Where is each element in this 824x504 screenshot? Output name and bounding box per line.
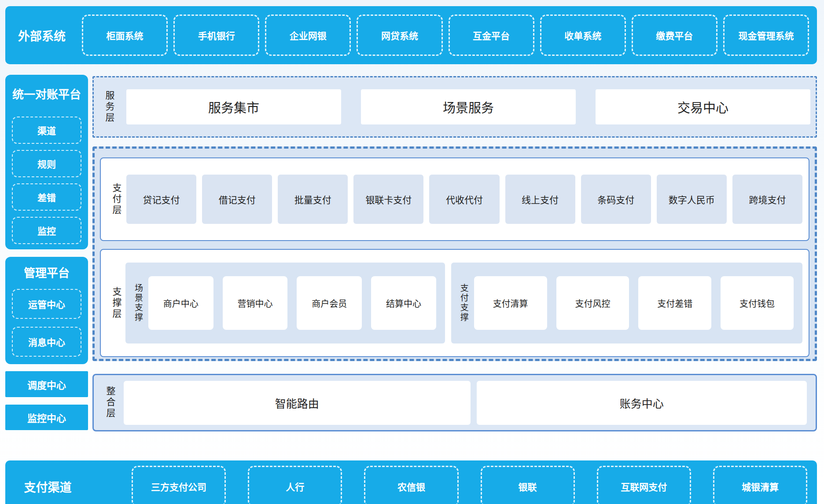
reconciliation-item: 规则: [12, 150, 81, 177]
payment-channels-bar: 支付渠道 三方支付公司 人行 农信银 银联 互联网支付 城银清算: [5, 460, 817, 504]
payment-layer-panel: 支付层 贷记支付 借记支付 批量支付 银联卡支付 代收代付 线上支付 条码支付 …: [100, 157, 809, 241]
external-system-item: 缴费平台: [632, 15, 717, 56]
integration-layer-boxes: 智能路由 账务中心: [124, 381, 807, 425]
support-layer-groups: 场景支撑 商户中心 营销中心 商户会员 结算中心 支付支撑 支付清算 支付风控: [125, 263, 802, 343]
service-box: 交易中心: [596, 89, 810, 124]
support-item: 支付差错: [638, 276, 711, 330]
reconciliation-item: 监控: [12, 217, 81, 244]
dispatch-center-box: 调度中心: [5, 371, 88, 397]
scenario-support-label: 场景支撑: [131, 284, 142, 322]
integration-box: 账务中心: [477, 381, 807, 425]
payment-channel-item: 互联网支付: [597, 466, 691, 504]
payment-item: 借记支付: [202, 175, 272, 224]
management-platform-panel: 管理平台 运管中心 消息中心: [5, 257, 88, 364]
management-platform-title: 管理平台: [5, 264, 88, 280]
payment-channels-items: 三方支付公司 人行 农信银 银联 互联网支付 城银清算: [132, 466, 807, 504]
integration-layer-panel: 整合层 智能路由 账务中心: [92, 374, 817, 431]
left-sidebar: 统一对账平台 渠道 规则 差错 监控 管理平台 运管中心 消息中心 调度中心 监…: [5, 64, 88, 446]
support-item: 商户中心: [148, 276, 213, 330]
support-item: 营销中心: [223, 276, 288, 330]
payment-item: 线上支付: [505, 175, 575, 224]
payment-support-label: 支付支撑: [456, 284, 468, 322]
payment-channels-title: 支付渠道: [11, 478, 84, 495]
support-item: 支付钱包: [721, 276, 794, 330]
core-layers-container: 支付层 贷记支付 借记支付 批量支付 银联卡支付 代收代付 线上支付 条码支付 …: [92, 146, 817, 361]
external-system-item: 网贷系统: [357, 15, 442, 56]
payment-item: 贷记支付: [126, 175, 196, 224]
external-systems-items: 柜面系统 手机银行 企业网银 网贷系统 互金平台 收单系统 缴费平台 现金管理系…: [82, 15, 809, 56]
service-box: 场景服务: [361, 89, 576, 124]
payment-channel-item: 农信银: [364, 466, 458, 504]
support-item: 支付清算: [474, 276, 547, 330]
external-system-item: 收单系统: [540, 15, 626, 56]
monitor-center-box: 监控中心: [5, 405, 88, 430]
reconciliation-platform-title: 统一对账平台: [5, 85, 88, 102]
external-systems-bar: 外部系统 柜面系统 手机银行 企业网银 网贷系统 互金平台 收单系统 缴费平台 …: [5, 6, 817, 64]
payment-layer-items: 贷记支付 借记支付 批量支付 银联卡支付 代收代付 线上支付 条码支付 数字人民…: [126, 175, 802, 224]
external-system-item: 现金管理系统: [723, 15, 809, 56]
integration-box: 智能路由: [124, 381, 471, 425]
payment-item: 银联卡支付: [353, 175, 423, 224]
management-item: 运管中心: [12, 289, 81, 319]
integration-layer-label: 整合层: [102, 386, 115, 419]
payment-channel-item: 银联: [481, 466, 575, 504]
external-systems-title: 外部系统: [9, 27, 75, 44]
payment-item: 条码支付: [581, 175, 651, 224]
support-item: 结算中心: [371, 276, 436, 330]
support-item: 商户会员: [297, 276, 362, 330]
main-architecture-area: 服务层 服务集市 场景服务 交易中心 支付层 贷记支付 借记支付 批量支付 银联…: [92, 64, 817, 446]
payment-item: 代收代付: [429, 175, 499, 224]
payment-channel-item: 三方支付公司: [132, 466, 226, 504]
service-layer-panel: 服务层 服务集市 场景服务 交易中心: [92, 76, 817, 138]
reconciliation-platform-panel: 统一对账平台 渠道 规则 差错 监控: [5, 75, 88, 249]
reconciliation-item: 差错: [12, 183, 81, 211]
scenario-support-group: 场景支撑 商户中心 营销中心 商户会员 结算中心: [125, 263, 445, 343]
payment-support-items: 支付清算 支付风控 支付差错 支付钱包: [474, 276, 794, 330]
external-system-item: 互金平台: [449, 15, 534, 56]
management-item: 消息中心: [12, 327, 81, 357]
payment-channel-item: 城银清算: [713, 466, 807, 504]
service-layer-boxes: 服务集市 场景服务 交易中心: [126, 89, 810, 124]
management-platform-items: 运管中心 消息中心: [12, 289, 81, 357]
payment-channel-item: 人行: [248, 466, 342, 504]
reconciliation-platform-items: 渠道 规则 差错 监控: [12, 117, 81, 244]
payment-item: 跨境支付: [732, 175, 802, 224]
payment-item: 数字人民币: [657, 175, 727, 224]
external-system-item: 柜面系统: [82, 15, 168, 56]
external-system-item: 手机银行: [173, 15, 259, 56]
payment-item: 批量支付: [278, 175, 348, 224]
support-item: 支付风控: [556, 276, 629, 330]
payment-layer-label: 支付层: [108, 183, 121, 216]
scenario-support-items: 商户中心 营销中心 商户会员 结算中心: [148, 276, 436, 330]
external-system-item: 企业网银: [265, 15, 351, 56]
service-box: 服务集市: [126, 89, 341, 124]
payment-support-group: 支付支撑 支付清算 支付风控 支付差错 支付钱包: [451, 263, 802, 343]
support-layer-label: 支撑层: [108, 287, 121, 320]
middle-region: 统一对账平台 渠道 规则 差错 监控 管理平台 运管中心 消息中心 调度中心 监…: [5, 64, 817, 446]
support-layer-panel: 支撑层 场景支撑 商户中心 营销中心 商户会员 结算中心 支付支撑: [100, 249, 809, 357]
reconciliation-item: 渠道: [12, 117, 81, 144]
service-layer-label: 服务层: [101, 91, 114, 124]
